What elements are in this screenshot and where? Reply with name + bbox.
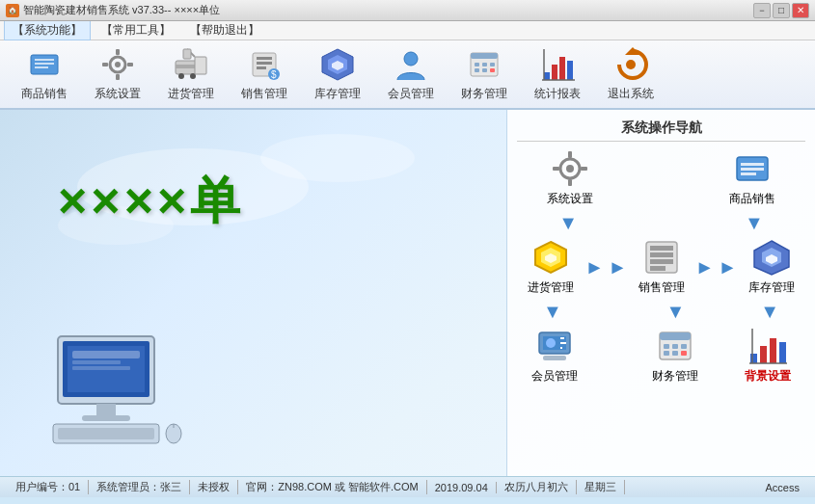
arrow-right-2: ► bbox=[608, 257, 627, 277]
nav-bg-settings-label: 背景设置 bbox=[745, 368, 791, 385]
svg-rect-6 bbox=[116, 49, 120, 55]
nav-finance[interactable]: 财务管理 bbox=[638, 327, 712, 385]
svg-rect-87 bbox=[660, 332, 691, 340]
nav-finance-icon bbox=[656, 327, 694, 368]
goods-sale-label: 商品销售 bbox=[21, 86, 68, 102]
svg-rect-62 bbox=[553, 167, 559, 171]
svg-rect-50 bbox=[72, 360, 121, 364]
svg-rect-92 bbox=[672, 351, 678, 356]
status-date: 2019.09.04 bbox=[427, 482, 497, 493]
toolbar-stats-report[interactable]: 统计报表 bbox=[523, 43, 592, 105]
svg-point-59 bbox=[566, 165, 574, 172]
status-auth: 未授权 bbox=[190, 480, 238, 494]
toolbar-goods-sale[interactable]: 商品销售 bbox=[10, 43, 79, 105]
minimize-button[interactable]: － bbox=[753, 3, 771, 18]
exit-sys-label: 退出系统 bbox=[608, 86, 654, 102]
inventory-mgmt-icon bbox=[320, 47, 355, 82]
status-official: 官网：ZN98.COM 或 智能软件.COM bbox=[238, 480, 426, 494]
member-mgmt-icon bbox=[394, 47, 428, 82]
svg-rect-19 bbox=[257, 62, 272, 65]
nav-inventory-label: 库存管理 bbox=[748, 279, 795, 296]
toolbar-sales-mgmt[interactable]: $ 销售管理 bbox=[230, 43, 299, 105]
toolbar-exit-sys[interactable]: 退出系统 bbox=[596, 43, 666, 105]
nav-row-1: 系统设置 商品销售 bbox=[517, 149, 805, 207]
nav-sys-settings-label: 系统设置 bbox=[547, 191, 593, 207]
toolbar-finance-mgmt[interactable]: 财务管理 bbox=[449, 43, 519, 105]
svg-rect-38 bbox=[567, 61, 573, 80]
purchase-mgmt-label: 进货管理 bbox=[168, 86, 214, 102]
toolbar: 商品销售 系统设置 bbox=[0, 40, 815, 110]
computer-illustration bbox=[29, 332, 183, 447]
nav-h-arrows bbox=[623, 213, 700, 232]
toolbar-inventory-mgmt[interactable]: 库存管理 bbox=[303, 43, 372, 105]
nav-member[interactable]: 会员管理 bbox=[517, 327, 591, 385]
title-left: 🏠 智能陶瓷建材销售系统 v37.33-- ××××单位 bbox=[6, 3, 220, 17]
status-weekday: 星期三 bbox=[577, 480, 625, 494]
svg-point-42 bbox=[626, 60, 636, 69]
menu-system-func[interactable]: 【系统功能】 bbox=[4, 20, 91, 40]
toolbar-sys-settings[interactable]: 系统设置 bbox=[83, 43, 152, 105]
svg-rect-89 bbox=[672, 344, 678, 349]
arrow-right-4: ► bbox=[719, 257, 738, 277]
nav-h-arrows-row2b: ► ► bbox=[695, 257, 738, 277]
svg-rect-32 bbox=[475, 68, 479, 72]
svg-rect-7 bbox=[116, 74, 120, 80]
svg-rect-73 bbox=[650, 252, 673, 257]
exit-sys-icon bbox=[613, 47, 648, 82]
svg-rect-49 bbox=[72, 351, 140, 358]
window-controls: － □ ✕ bbox=[753, 3, 809, 18]
big-title: ××××单 bbox=[58, 168, 244, 235]
finance-mgmt-label: 财务管理 bbox=[461, 86, 507, 102]
nav-sales-icon bbox=[642, 238, 681, 279]
svg-rect-94 bbox=[750, 354, 757, 363]
svg-rect-9 bbox=[127, 63, 133, 66]
svg-rect-14 bbox=[195, 57, 206, 74]
svg-rect-65 bbox=[741, 163, 764, 166]
svg-rect-91 bbox=[664, 351, 669, 356]
svg-rect-20 bbox=[257, 66, 266, 69]
nav-member-icon bbox=[535, 327, 574, 368]
nav-h-arrows-row2: ► ► bbox=[585, 257, 628, 277]
menu-common-tools[interactable]: 【常用工具】 bbox=[93, 20, 179, 40]
toolbar-member-mgmt[interactable]: 会员管理 bbox=[376, 43, 446, 105]
title-bar: 🏠 智能陶瓷建材销售系统 v37.33-- ××××单位 － □ ✕ bbox=[0, 0, 815, 21]
purchase-mgmt-icon bbox=[174, 47, 208, 82]
menu-help-exit[interactable]: 【帮助退出】 bbox=[181, 20, 268, 40]
nav-sys-settings[interactable]: 系统设置 bbox=[531, 149, 609, 207]
svg-rect-96 bbox=[770, 338, 776, 363]
nav-goods-sale[interactable]: 商品销售 bbox=[714, 149, 791, 207]
close-button[interactable]: ✕ bbox=[792, 3, 809, 18]
svg-rect-3 bbox=[35, 66, 48, 68]
status-user-name: 系统管理员：张三 bbox=[89, 480, 190, 494]
svg-rect-88 bbox=[664, 344, 669, 349]
nav-title: 系统操作导航 bbox=[517, 119, 805, 142]
spacer2 bbox=[576, 302, 653, 321]
arrow-down-2: ▼ bbox=[745, 213, 764, 232]
svg-rect-52 bbox=[96, 404, 116, 415]
svg-rect-75 bbox=[650, 266, 666, 271]
nav-row-3: 会员管理 财务管理 bbox=[517, 327, 805, 385]
nav-inventory[interactable]: 库存管理 bbox=[737, 238, 805, 296]
maximize-button[interactable]: □ bbox=[773, 3, 790, 18]
nav-purchase[interactable]: 进货管理 bbox=[517, 238, 585, 296]
nav-panel: 系统操作导航 系统设置 bbox=[506, 110, 815, 476]
svg-rect-2 bbox=[35, 63, 54, 65]
member-mgmt-label: 会员管理 bbox=[388, 86, 434, 102]
svg-rect-51 bbox=[72, 366, 130, 370]
nav-goods-sale-label: 商品销售 bbox=[729, 191, 775, 207]
nav-sales[interactable]: 销售管理 bbox=[627, 238, 695, 296]
nav-arrows-down-1: ▼ ▼ bbox=[517, 213, 805, 232]
left-panel: ××××单 bbox=[0, 110, 506, 476]
toolbar-purchase-mgmt[interactable]: 进货管理 bbox=[156, 43, 226, 105]
sales-mgmt-label: 销售管理 bbox=[241, 86, 287, 102]
nav-bg-settings[interactable]: 背景设置 bbox=[731, 327, 805, 385]
arrow-down-3: ▼ bbox=[543, 302, 562, 321]
svg-rect-55 bbox=[58, 428, 154, 439]
arrow-down-1: ▼ bbox=[558, 213, 578, 232]
spacer3 bbox=[698, 302, 747, 321]
svg-rect-72 bbox=[650, 246, 673, 251]
svg-rect-53 bbox=[82, 415, 130, 421]
arrow-down-5: ▼ bbox=[760, 302, 779, 321]
nav-inventory-icon bbox=[752, 238, 791, 279]
svg-rect-85 bbox=[543, 356, 566, 360]
